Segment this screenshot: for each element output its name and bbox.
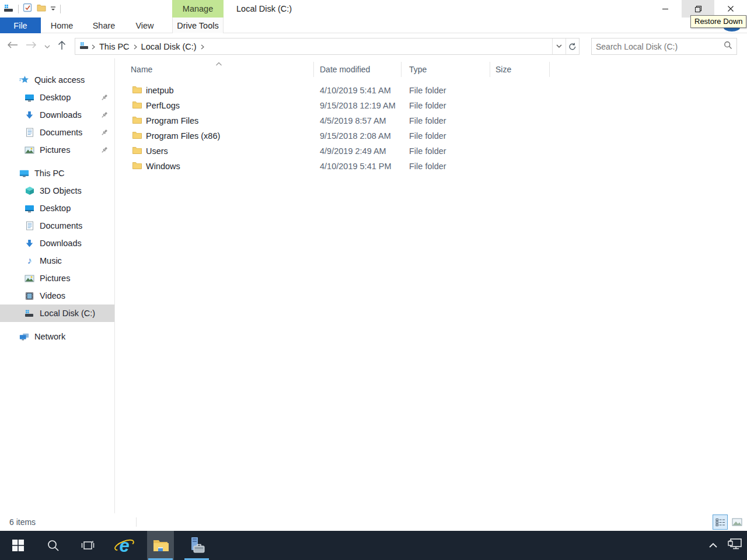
file-type: File folder: [402, 131, 490, 141]
forward-button[interactable]: [26, 41, 37, 51]
sidebar-item-downloads[interactable]: Downloads: [0, 235, 114, 252]
breadcrumb-chevron-icon[interactable]: [201, 42, 204, 51]
sidebar-item-documents[interactable]: Documents: [0, 217, 114, 235]
sidebar-item-this-pc[interactable]: This PC: [0, 164, 114, 182]
sidebar-item-label: Downloads: [40, 110, 82, 120]
tab-drive-tools[interactable]: Drive Tools: [172, 18, 224, 33]
address-bar[interactable]: This PC Local Disk (C:): [75, 38, 580, 55]
file-date-modified: 4/10/2019 5:41 AM: [314, 86, 402, 95]
column-header-type[interactable]: Type: [402, 62, 490, 77]
new-folder-icon[interactable]: [37, 4, 46, 14]
column-header-date-modified[interactable]: Date modified: [314, 62, 402, 77]
file-row-inetpub[interactable]: inetpub 4/10/2019 5:41 AM File folder: [115, 83, 640, 98]
pin-icon: [100, 93, 109, 103]
column-header-name[interactable]: Name: [115, 62, 314, 77]
search-icon[interactable]: [724, 41, 732, 52]
file-rows: inetpub 4/10/2019 5:41 AM File folder Pe…: [115, 83, 640, 174]
search-box[interactable]: [591, 38, 737, 55]
sidebar-item-label: Local Disk (C:): [40, 309, 95, 318]
arrow-down-icon: [25, 239, 34, 248]
file-name: PerfLogs: [146, 101, 180, 110]
minimize-button[interactable]: [649, 0, 682, 18]
file-type: File folder: [402, 86, 490, 95]
breadcrumb-chevron-icon[interactable]: [134, 42, 137, 51]
column-header-size[interactable]: Size: [490, 62, 550, 77]
sidebar-item-downloads-pinned[interactable]: Downloads: [0, 106, 114, 124]
sidebar-item-desktop[interactable]: Desktop: [0, 200, 114, 217]
film-icon: [25, 292, 34, 300]
file-name: Windows: [146, 162, 180, 171]
internet-explorer-icon[interactable]: e: [111, 531, 138, 560]
network-tray-icon[interactable]: [727, 538, 742, 553]
system-tray: [708, 531, 742, 560]
drive-icon: [79, 41, 89, 51]
large-icons-view-button[interactable]: [729, 514, 745, 530]
quick-access-star-icon: [19, 75, 29, 85]
file-explorer-taskbar-button[interactable]: [147, 531, 174, 560]
server-manager-taskbar-button[interactable]: [183, 531, 210, 560]
tab-view[interactable]: View: [127, 18, 163, 33]
refresh-icon[interactable]: [566, 38, 579, 54]
monitor-icon: [19, 169, 29, 178]
hidden-icons-chevron-icon[interactable]: [708, 540, 718, 551]
monitor-icon: [25, 204, 34, 213]
sidebar-item-label: Pictures: [40, 145, 70, 155]
file-row-program-files[interactable]: Program Files 4/5/2019 8:57 AM File fold…: [115, 113, 640, 128]
file-date-modified: 4/9/2019 2:49 AM: [314, 146, 402, 156]
sidebar-item-videos[interactable]: Videos: [0, 287, 114, 304]
window-title: Local Disk (C:): [236, 0, 292, 18]
item-count: 6 items: [9, 513, 36, 531]
title-bar: Manage Local Disk (C:): [0, 0, 747, 18]
column-headers: Name Date modified Type Size: [115, 62, 550, 77]
address-dropdown-chevron-icon[interactable]: [552, 38, 566, 54]
details-view-button[interactable]: [713, 514, 728, 530]
sidebar-item-pictures[interactable]: Pictures: [0, 270, 114, 287]
drive-icon: [4, 4, 14, 15]
sidebar-item-3d-objects[interactable]: 3D Objects: [0, 182, 114, 200]
navigation-pane: Quick access Desktop Downloads Documents…: [0, 58, 115, 513]
file-row-program-files-x86[interactable]: Program Files (x86) 9/15/2018 2:08 AM Fi…: [115, 128, 640, 144]
search-input[interactable]: [596, 42, 724, 51]
sidebar-item-documents-pinned[interactable]: Documents: [0, 124, 114, 141]
ribbon-contextual-group-manage[interactable]: Manage: [172, 0, 224, 18]
file-date-modified: 9/15/2018 12:19 AM: [314, 101, 402, 110]
tab-share[interactable]: Share: [83, 18, 124, 33]
tab-home[interactable]: Home: [43, 18, 81, 33]
sidebar-item-music[interactable]: ♪ Music: [0, 252, 114, 270]
picture-icon: [25, 275, 34, 282]
start-button[interactable]: [5, 531, 32, 560]
sidebar-item-label: Downloads: [40, 239, 82, 248]
breadcrumb: This PC Local Disk (C:): [75, 41, 552, 51]
back-button[interactable]: [7, 41, 18, 51]
file-date-modified: 4/5/2019 8:57 AM: [314, 116, 402, 125]
toolbar-separator: [18, 5, 19, 13]
file-row-users[interactable]: Users 4/9/2019 2:49 AM File folder: [115, 144, 640, 159]
sidebar-item-local-disk-c[interactable]: Local Disk (C:): [0, 304, 114, 322]
recent-locations-chevron-icon[interactable]: [44, 41, 50, 51]
folder-icon: [132, 86, 142, 95]
pin-icon: [100, 111, 109, 121]
file-type: File folder: [402, 101, 490, 110]
task-view-button[interactable]: [75, 531, 102, 560]
breadcrumb-chevron-icon[interactable]: [92, 42, 95, 51]
file-row-windows[interactable]: Windows 4/10/2019 5:41 PM File folder: [115, 159, 640, 174]
sidebar-item-label: Network: [34, 332, 65, 341]
document-icon: [25, 128, 34, 137]
taskbar-search-button[interactable]: [40, 531, 67, 560]
tab-file[interactable]: File: [0, 18, 41, 33]
file-row-perflogs[interactable]: PerfLogs 9/15/2018 12:19 AM File folder: [115, 98, 640, 113]
breadcrumb-this-pc[interactable]: This PC: [97, 42, 131, 51]
document-icon: [25, 221, 34, 230]
taskbar: e: [0, 531, 747, 560]
status-bar: 6 items: [0, 513, 747, 531]
breadcrumb-local-disk[interactable]: Local Disk (C:): [139, 42, 198, 51]
ribbon-tab-row: File Home Share View Drive Tools: [0, 18, 747, 33]
sidebar-item-desktop-pinned[interactable]: Desktop: [0, 89, 114, 106]
sidebar-item-network[interactable]: Network: [0, 328, 114, 345]
properties-checkbox-icon[interactable]: [23, 3, 33, 15]
customize-toolbar-chevron-icon[interactable]: [50, 4, 56, 14]
sidebar-item-pictures-pinned[interactable]: Pictures: [0, 141, 114, 159]
sidebar-item-quick-access[interactable]: Quick access: [0, 71, 114, 89]
up-button[interactable]: [58, 40, 66, 52]
file-date-modified: 4/10/2019 5:41 PM: [314, 162, 402, 171]
